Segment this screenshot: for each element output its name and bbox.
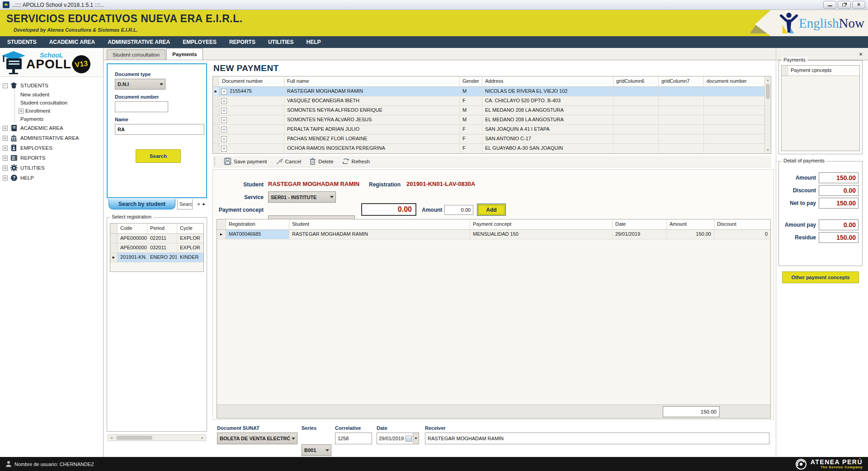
expand-icon[interactable] <box>3 166 8 171</box>
scroll-left-icon[interactable] <box>108 435 115 441</box>
tab-close-icon[interactable]: × <box>857 51 864 58</box>
menu-utilities[interactable]: UTILITIES <box>262 36 300 48</box>
window-title: ..:::: APOLLO School v.2018.1.5.1 ::::.. <box>12 2 822 8</box>
englishnow-logo: EnglishNow <box>755 10 868 36</box>
correlative-input[interactable] <box>335 433 372 444</box>
payment-toolbar: Save payment Cancel Delete Refresh <box>212 156 771 167</box>
menu-students[interactable]: STUDENTS <box>1 36 43 48</box>
refresh-button[interactable]: Refresh <box>338 156 374 167</box>
service-combo[interactable]: SER01 - INSTITUTE <box>268 191 336 203</box>
expand-icon[interactable] <box>3 176 8 181</box>
registration-row-selected[interactable]: 201901-KN... ENERO 2019 KINDER <box>110 253 203 262</box>
search-button[interactable]: Search <box>136 149 181 163</box>
tree-students[interactable]: STUDENTS <box>3 81 101 90</box>
horizontal-scrollbar[interactable] <box>108 434 206 441</box>
atenea-name: ATENEA PERÚ <box>811 459 863 465</box>
minimize-icon <box>828 5 832 6</box>
expand-row-icon[interactable] <box>221 108 227 114</box>
document-type-combo[interactable]: D.N.I <box>115 79 165 90</box>
expand-icon[interactable] <box>3 156 8 161</box>
expand-icon[interactable] <box>3 146 8 151</box>
add-button[interactable]: Add <box>477 204 506 216</box>
registration-row[interactable]: APE0000005 032011 EXPLOR <box>110 243 203 253</box>
tab-search-partial[interactable]: Searc <box>177 199 193 209</box>
company-subtitle: Developed by Atenea Consultora & Sistema… <box>14 27 138 33</box>
tree-student-consultation[interactable]: Student consultation <box>14 99 101 107</box>
tree-utilities[interactable]: UTILITIES <box>3 163 101 173</box>
student-row[interactable]: PACHAS MENDEZ FLOR LORAINE F SAN ANTONIO… <box>213 134 764 144</box>
registration-row[interactable]: APE0000004 022011 EXPLOR <box>110 234 203 243</box>
expand-icon[interactable] <box>3 136 8 141</box>
user-box: Nombre de usuario: CHERNANDEZ <box>5 461 94 467</box>
tree-employees[interactable]: EMPLOYEES <box>3 143 101 153</box>
select-registration-group: Select registration Code Period Cycle AP… <box>107 217 207 432</box>
select-registration-label: Select registration <box>110 214 153 219</box>
expand-row-icon[interactable] <box>221 89 227 95</box>
restore-button[interactable] <box>838 1 851 9</box>
date-picker[interactable]: 29/01/2019 <box>377 433 419 444</box>
tab-payments[interactable]: Payments <box>166 48 203 60</box>
minimize-button[interactable] <box>823 1 836 9</box>
residue-value: 150.00 <box>819 232 859 243</box>
receiver-input[interactable] <box>425 433 769 444</box>
expand-icon[interactable] <box>3 126 8 131</box>
delete-button[interactable]: Delete <box>305 156 337 167</box>
menu-help[interactable]: HELP <box>300 36 327 48</box>
navigation-tree: STUDENTS New student Student consultatio… <box>3 81 101 183</box>
payments-group: Payments Payment cpncepts <box>778 60 863 154</box>
expand-row-icon[interactable] <box>221 127 227 133</box>
student-row[interactable]: SOMONTES NEYRA ALVARO JESUS M EL MEDANO … <box>213 115 764 125</box>
tree-enrollment[interactable]: Enrollment <box>14 107 101 115</box>
scroll-down-icon[interactable] <box>765 147 771 153</box>
broom-icon <box>275 157 283 165</box>
document-number-label: Document number <box>115 94 159 100</box>
document-sunat-label: Document SUNAT <box>217 425 259 431</box>
menu-reports[interactable]: REPORTS <box>223 36 262 48</box>
amount-pay-label: Amount pay <box>779 222 819 228</box>
scroll-up-icon[interactable] <box>765 76 771 83</box>
student-row[interactable]: VASQUEZ BOCANEGRA IBETH F CA. CHICLAYO 5… <box>213 96 764 106</box>
tree-administrative-area[interactable]: ADMINISTRATIVE AREA <box>3 133 101 143</box>
tab-search-by-student[interactable]: Search by student <box>108 199 175 209</box>
student-row[interactable]: PERALTA TAIPE ADRIAN JULIO F SAN JOAQUIN… <box>213 125 764 134</box>
expand-row-icon[interactable] <box>221 136 227 142</box>
series-combo[interactable]: B001 <box>302 444 331 456</box>
scrollbar-thumb[interactable] <box>766 84 770 99</box>
scroll-left-icon[interactable] <box>196 202 200 206</box>
student-label: Student <box>240 181 264 188</box>
scroll-right-icon[interactable] <box>199 435 206 441</box>
tree-new-student[interactable]: New student <box>14 90 101 99</box>
document-sunat-combo[interactable]: BOLETA DE VENTA ELECTRÓNI <box>217 433 297 444</box>
menu-academic-area[interactable]: ACADEMIC AREA <box>43 36 102 48</box>
student-row[interactable]: OCHOA RAMOS INOSCENTA PEREGRINA F EL GUA… <box>213 144 764 153</box>
expand-row-icon[interactable] <box>221 117 227 123</box>
menu-administrative-area[interactable]: ADMINISTRATIVE AREA <box>101 36 176 48</box>
tree-payments[interactable]: Payments <box>14 115 101 123</box>
close-button[interactable]: × <box>852 1 865 9</box>
col-document-number-2: document number <box>704 76 764 86</box>
expand-row-icon[interactable] <box>221 98 227 104</box>
other-payment-concepts-button[interactable]: Other payment concepts <box>782 271 859 283</box>
chevron-down-icon <box>290 433 297 444</box>
payment-row-selected[interactable]: MAT00046685 RASTEGAR MOGHADAM RAMIN MENS… <box>217 230 770 239</box>
save-payment-button[interactable]: Save payment <box>220 156 271 167</box>
student-row[interactable]: SOMONTES NEYRA ALFREDO ENRIQUE M EL MEDA… <box>213 106 764 115</box>
tree-help[interactable]: ? HELP <box>3 173 101 183</box>
student-row-selected[interactable]: 21554475 RASTEGAR MOGHADAM RAMIN M NICOL… <box>213 87 764 96</box>
expand-row-icon[interactable] <box>221 146 227 152</box>
expand-icon[interactable] <box>19 109 24 114</box>
collapse-icon[interactable] <box>3 83 8 88</box>
tree-reports[interactable]: REPORTS <box>3 153 101 163</box>
scrollbar-thumb[interactable] <box>116 436 152 440</box>
tab-student-consultation[interactable]: Student consultation <box>107 49 165 60</box>
concept-cost-display: 0.00 <box>361 203 416 216</box>
scroll-right-icon[interactable] <box>202 202 206 206</box>
menu-employees[interactable]: EMPLOYEES <box>176 36 223 48</box>
tree-academic-area[interactable]: ACADEMIC AREA <box>3 123 101 133</box>
name-input[interactable] <box>115 124 204 135</box>
document-number-input[interactable] <box>115 101 168 112</box>
amount-input[interactable] <box>444 205 473 215</box>
vertical-scrollbar[interactable] <box>764 76 771 153</box>
cancel-button[interactable]: Cancel <box>271 156 306 167</box>
col-amount: Amount <box>667 219 714 229</box>
